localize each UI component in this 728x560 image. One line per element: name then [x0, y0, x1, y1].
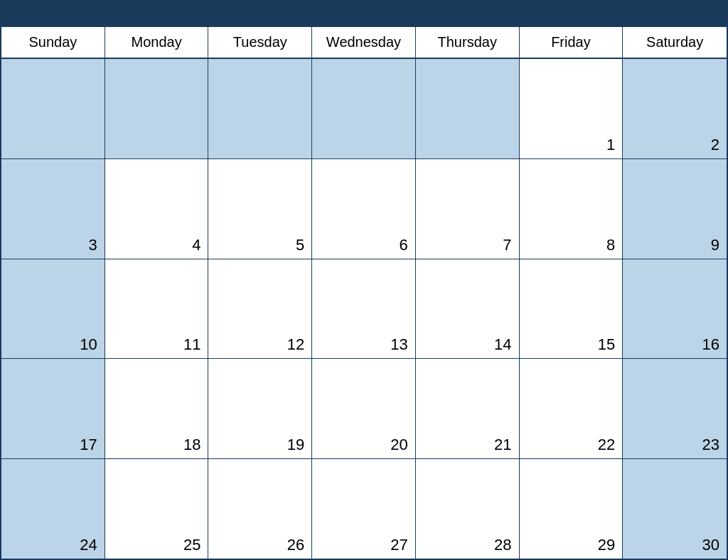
day-cell-8[interactable]: 8: [520, 159, 623, 259]
day-header-sunday: Sunday: [1, 27, 105, 58]
day-cell-9[interactable]: 9: [623, 159, 727, 259]
day-cell-15[interactable]: 15: [520, 259, 623, 359]
day-cell-11[interactable]: 11: [105, 259, 209, 359]
day-headers-row: SundayMondayTuesdayWednesdayThursdayFrid…: [1, 27, 727, 59]
calendar: SundayMondayTuesdayWednesdayThursdayFrid…: [0, 0, 728, 560]
day-cell-22[interactable]: 22: [520, 359, 623, 458]
calendar-grid: SundayMondayTuesdayWednesdayThursdayFrid…: [1, 27, 727, 559]
day-header-tuesday: Tuesday: [208, 27, 312, 58]
day-cell-30[interactable]: 30: [623, 459, 727, 559]
day-cell-25[interactable]: 25: [105, 459, 209, 559]
day-cell-1[interactable]: 1: [520, 59, 623, 158]
day-cell-3[interactable]: 3: [1, 159, 105, 259]
day-cell-26[interactable]: 26: [208, 459, 312, 559]
day-cell-20[interactable]: 20: [312, 359, 416, 458]
day-header-wednesday: Wednesday: [312, 27, 416, 58]
day-cell-17[interactable]: 17: [1, 359, 105, 458]
weeks-container: 1234567891011121314151617181920212223242…: [1, 59, 727, 559]
day-cell-21[interactable]: 21: [416, 359, 520, 458]
day-cell-empty[interactable]: [1, 59, 105, 158]
day-cell-19[interactable]: 19: [208, 359, 312, 458]
day-cell-empty[interactable]: [416, 59, 520, 158]
day-cell-16[interactable]: 16: [623, 259, 727, 359]
week-row-2: 3456789: [1, 159, 727, 259]
day-cell-7[interactable]: 7: [416, 159, 520, 259]
week-row-5: 24252627282930: [1, 459, 727, 559]
day-header-saturday: Saturday: [623, 27, 727, 58]
day-header-monday: Monday: [105, 27, 209, 58]
day-header-friday: Friday: [520, 27, 623, 58]
week-row-1: 12: [1, 59, 727, 159]
day-cell-18[interactable]: 18: [105, 359, 209, 458]
day-cell-10[interactable]: 10: [1, 259, 105, 359]
day-cell-12[interactable]: 12: [208, 259, 312, 359]
calendar-month-header: [1, 1, 727, 27]
day-cell-6[interactable]: 6: [312, 159, 416, 259]
day-cell-empty[interactable]: [208, 59, 312, 158]
week-row-4: 17181920212223: [1, 359, 727, 459]
day-cell-23[interactable]: 23: [623, 359, 727, 458]
day-cell-2[interactable]: 2: [623, 59, 727, 158]
day-cell-empty[interactable]: [312, 59, 416, 158]
day-cell-29[interactable]: 29: [520, 459, 623, 559]
day-cell-24[interactable]: 24: [1, 459, 105, 559]
day-cell-14[interactable]: 14: [416, 259, 520, 359]
day-cell-5[interactable]: 5: [208, 159, 312, 259]
day-cell-4[interactable]: 4: [105, 159, 209, 259]
day-cell-28[interactable]: 28: [416, 459, 520, 559]
day-cell-empty[interactable]: [105, 59, 209, 158]
week-row-3: 10111213141516: [1, 259, 727, 360]
day-cell-27[interactable]: 27: [312, 459, 416, 559]
day-header-thursday: Thursday: [416, 27, 520, 58]
day-cell-13[interactable]: 13: [312, 259, 416, 359]
